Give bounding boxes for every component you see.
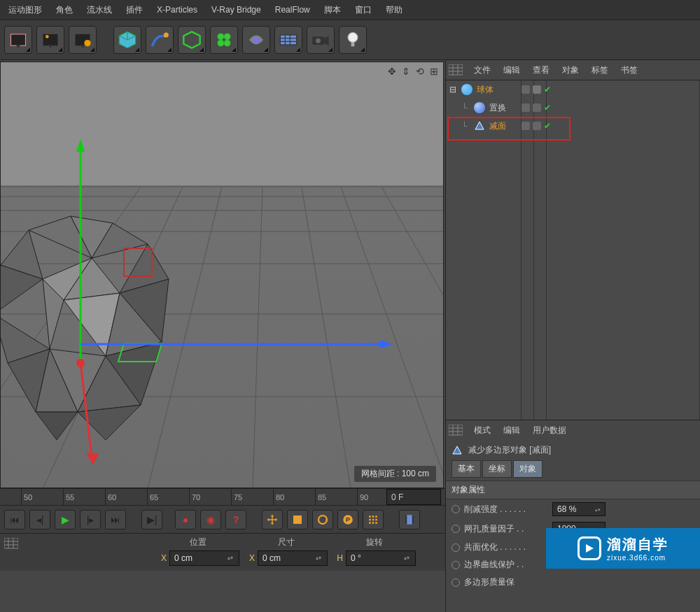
obj-tab[interactable]: 标签: [587, 62, 612, 79]
environment-button[interactable]: [274, 26, 302, 54]
main-toolbar: [0, 20, 700, 60]
svg-text:P: P: [346, 516, 350, 523]
menu-item[interactable]: RealFlow: [270, 2, 316, 17]
reduce-icon: [451, 445, 463, 456]
menu-item[interactable]: 流水线: [81, 1, 118, 19]
enable-check-icon[interactable]: ✔: [544, 85, 551, 94]
svg-point-81: [375, 518, 377, 520]
frame-field[interactable]: 0 F: [386, 489, 441, 505]
viewport[interactable]: ✥ ⇕ ⟲ ⊞ 网格间距 : 100 cm: [0, 62, 444, 488]
menu-item[interactable]: 帮助: [380, 1, 408, 19]
vp-zoom-icon[interactable]: ⇕: [401, 66, 411, 76]
tree-row-sphere[interactable]: ⊟ 球体 ✔: [446, 80, 700, 99]
spline-button[interactable]: [146, 26, 174, 54]
rot-h-field[interactable]: 0 °▴▾: [346, 550, 416, 566]
tab-object[interactable]: 对象: [513, 460, 542, 478]
mograph-button[interactable]: [210, 26, 238, 54]
axis-label: X: [157, 553, 167, 563]
attr-title: 减少多边形对象 [减面]: [468, 444, 551, 456]
vp-layout-icon[interactable]: ⊞: [429, 66, 439, 76]
menu-item[interactable]: X-Particles: [151, 2, 203, 17]
playback-toolbar: ⏮ ◂| ▶ |▸ ⏭ ▶| ● ◉ ? P: [0, 505, 445, 533]
attr-label: 共面优化 . . . . . .: [464, 541, 548, 553]
attr-tab[interactable]: 用户数据: [528, 422, 570, 439]
anim-dot-icon[interactable]: [451, 561, 460, 569]
layer-dot[interactable]: [522, 85, 530, 94]
generator-button[interactable]: [178, 26, 206, 54]
attr-tab[interactable]: 模式: [470, 422, 495, 439]
svg-marker-4: [48, 45, 53, 48]
attr-tab[interactable]: 编辑: [499, 422, 524, 439]
svg-point-70: [76, 359, 85, 367]
vp-rotate-icon[interactable]: ⟲: [415, 66, 425, 76]
enable-check-icon[interactable]: ✔: [544, 103, 551, 113]
obj-tab[interactable]: 文件: [470, 62, 495, 79]
play-button[interactable]: ▶: [55, 510, 76, 529]
next-frame-button[interactable]: ▶|: [141, 510, 162, 529]
deformer-button[interactable]: [242, 26, 270, 54]
svg-point-79: [369, 518, 371, 520]
coord-head: 尺寸: [245, 536, 328, 548]
vis-dot[interactable]: [533, 85, 541, 94]
anim-dot-icon[interactable]: [451, 505, 460, 513]
menu-item[interactable]: 运动图形: [3, 1, 48, 19]
svg-point-84: [375, 522, 377, 524]
size-x-field[interactable]: 0 cm▴▾: [258, 550, 328, 566]
coord-head: 旋转: [333, 536, 416, 548]
goto-end-button[interactable]: ⏭: [105, 510, 126, 529]
svg-point-78: [375, 515, 377, 518]
play-logo-icon: [578, 536, 601, 560]
tab-coord[interactable]: 坐标: [482, 460, 512, 478]
next-key-button[interactable]: |▸: [80, 510, 101, 529]
move-tool-button[interactable]: [262, 510, 283, 529]
svg-point-3: [46, 35, 49, 38]
tick: 65: [147, 489, 158, 505]
reduction-strength-field[interactable]: 68 %▴▾: [552, 502, 606, 516]
grid-dots-button[interactable]: [363, 510, 384, 529]
svg-point-15: [224, 34, 230, 40]
film-button[interactable]: [399, 510, 420, 529]
camera-button[interactable]: [307, 26, 335, 54]
obj-tab[interactable]: 编辑: [499, 62, 524, 79]
tick: 90: [357, 489, 368, 505]
light-button[interactable]: [339, 26, 367, 54]
render-settings-button[interactable]: [69, 26, 97, 54]
anim-dot-icon[interactable]: [451, 525, 460, 533]
menu-item[interactable]: 窗口: [349, 1, 377, 19]
menu-item[interactable]: 插件: [120, 1, 148, 19]
object-tree[interactable]: ⊟ 球体 ✔ └ 置换 ✔ └ 减面 ✔: [446, 80, 700, 420]
highlight-box: [447, 117, 570, 141]
watermark-url: zixue.3d66.com: [607, 554, 668, 562]
prev-key-button[interactable]: ◂|: [29, 510, 50, 529]
scale-tool-button[interactable]: [287, 510, 308, 529]
menu-item[interactable]: 角色: [50, 1, 78, 19]
anim-dot-icon[interactable]: [451, 543, 460, 552]
svg-marker-67: [380, 340, 393, 348]
goto-start-button[interactable]: ⏮: [4, 510, 25, 529]
expand-icon[interactable]: ⊟: [449, 85, 457, 94]
pos-x-field[interactable]: 0 cm▴▾: [169, 550, 239, 566]
svg-marker-113: [453, 446, 461, 454]
watermark-title: 溜溜自学: [607, 535, 668, 554]
param-button[interactable]: P: [337, 510, 358, 529]
timeline-ruler[interactable]: 50 55 60 65 70 75 80 85 90 0 F: [0, 488, 445, 505]
render-view-button[interactable]: [4, 26, 32, 54]
anim-dot-icon[interactable]: [451, 578, 460, 587]
menu-item[interactable]: V-Ray Bridge: [206, 2, 267, 17]
render-pv-button[interactable]: [36, 26, 64, 54]
obj-tab[interactable]: 查看: [528, 62, 554, 79]
obj-tab[interactable]: 书签: [617, 62, 642, 79]
layer-dot[interactable]: [522, 104, 530, 112]
rotate-tool-button[interactable]: [312, 510, 333, 529]
vis-dot[interactable]: [533, 104, 541, 112]
record-button[interactable]: ●: [175, 510, 196, 529]
tree-row-displace[interactable]: └ 置换 ✔: [446, 99, 700, 117]
key-help-button[interactable]: ?: [225, 510, 246, 529]
menu-item[interactable]: 脚本: [318, 1, 346, 19]
vp-move-icon[interactable]: ✥: [387, 66, 397, 76]
tab-basic[interactable]: 基本: [451, 460, 481, 478]
object-name: 球体: [477, 84, 493, 96]
obj-tab[interactable]: 对象: [558, 62, 583, 79]
autokey-button[interactable]: ◉: [200, 510, 221, 529]
cube-primitive-button[interactable]: [113, 26, 141, 54]
